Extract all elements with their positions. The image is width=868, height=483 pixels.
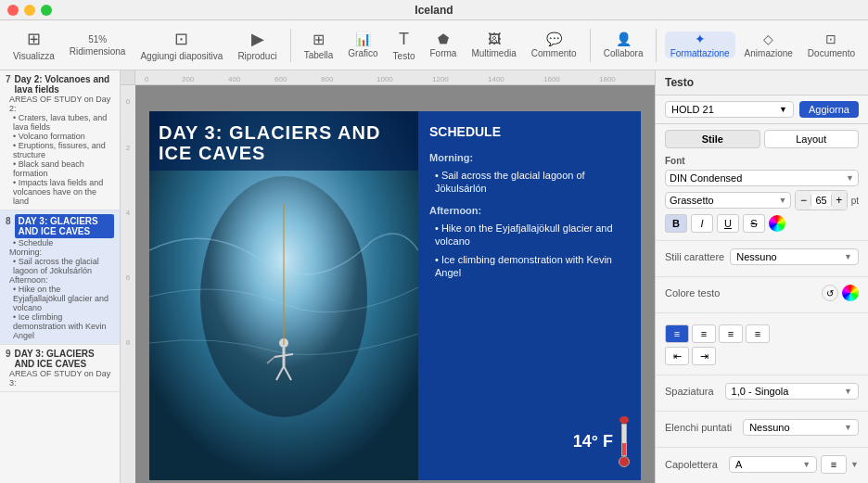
align-right-button[interactable]: ≡	[719, 324, 743, 343]
slide-title-text: DAY 3: GLACIERS AND ICE CAVES	[159, 122, 409, 163]
minimize-button[interactable]	[24, 5, 35, 16]
caps-select[interactable]: A ▼	[729, 456, 817, 473]
character-style-label: Stili carattere	[665, 251, 724, 262]
sidebar-item-7-bullet5: • Impacts lava fields and volcanoes have…	[6, 178, 114, 206]
svg-text:800: 800	[321, 75, 334, 83]
character-style-value: Nessuno	[736, 251, 776, 262]
schedule-morning-bullet-1: • Sail across the glacial lagoon of Jöku…	[429, 169, 630, 196]
traffic-lights	[7, 5, 52, 16]
spacing-select[interactable]: 1,0 - Singola ▼	[725, 383, 859, 400]
caps-section: Capolettera A ▼ ≡ ▼	[656, 448, 868, 483]
strikethrough-button[interactable]: S	[743, 214, 765, 233]
toolbar-riproduci[interactable]: ▶ Riproduci	[232, 29, 282, 61]
svg-text:1800: 1800	[599, 75, 616, 83]
format-preset-value: HOLD 21	[671, 104, 714, 115]
character-style-section: Stili carattere Nessuno ▼	[656, 241, 868, 277]
tab-layout[interactable]: Layout	[764, 130, 860, 148]
toolbar-forma[interactable]: ⬟ Forma	[424, 32, 462, 58]
spacing-row: Spaziatura 1,0 - Singola ▼	[665, 383, 859, 400]
svg-text:400: 400	[228, 75, 241, 83]
font-weight-select[interactable]: Grassetto ▼	[665, 192, 791, 209]
collabora-icon: 👤	[616, 32, 632, 46]
bold-button[interactable]: B	[665, 214, 687, 233]
toolbar-documento[interactable]: ⊡ Documento	[802, 32, 861, 58]
caps-arrow: ▼	[802, 460, 811, 469]
align-justify-button[interactable]: ≡	[746, 324, 770, 343]
character-style-select[interactable]: Nessuno ▼	[730, 248, 859, 265]
sidebar-item-7[interactable]: 7 Day 2: Volcanoes and lava fields AREAS…	[0, 70, 120, 210]
font-family-row: DIN Condensed ▼	[665, 170, 859, 186]
font-family-select[interactable]: DIN Condensed ▼	[665, 170, 859, 186]
bullets-row: Elenchi puntati Nessuno ▼	[665, 419, 859, 436]
toolbar-visualizza[interactable]: ⊞ Visualizza	[7, 29, 60, 61]
toolbar-testo[interactable]: T Testo	[388, 30, 421, 61]
format-preset-select[interactable]: HOLD 21 ▼	[665, 101, 794, 118]
toolbar-separator-1	[290, 29, 291, 62]
font-weight-value: Grassetto	[670, 195, 714, 206]
align-left-button[interactable]: ≡	[665, 324, 689, 343]
close-button[interactable]	[7, 5, 19, 16]
font-size-decrement[interactable]: −	[796, 191, 811, 210]
thermometer-bulb	[619, 456, 630, 467]
sidebar-item-7-bullet3: • Eruptions, fissures, and structure	[6, 141, 114, 159]
thermometer-bulb-top	[619, 416, 629, 424]
font-size-stepper[interactable]: − 65 +	[795, 190, 847, 210]
text-color-reset[interactable]: ↺	[822, 285, 838, 301]
schedule-afternoon-label: Afternoon:	[429, 205, 630, 216]
titlebar: Iceland	[0, 0, 868, 20]
sidebar-item-9[interactable]: 9 DAY 3: GLACIERS AND ICE CAVES AREAS OF…	[0, 345, 120, 392]
horizontal-ruler: 0 200 400 600 800 1000 1200 1400 1600 18…	[121, 70, 655, 85]
spacing-label: Spaziatura	[665, 386, 714, 397]
slide-image: DAY 3: GLACIERS AND ICE CAVES	[149, 111, 418, 480]
toolbar-aggiungi[interactable]: ⊡ Aggiungi diapositiva	[134, 29, 228, 61]
grafico-icon: 📊	[355, 32, 371, 46]
indent-row: ⇤ ⇥	[665, 347, 859, 365]
visualizza-icon: ⊞	[27, 29, 41, 49]
bullets-select[interactable]: Nessuno ▼	[743, 419, 859, 436]
toolbar-multimedia[interactable]: 🖼 Multimedia	[466, 32, 521, 58]
indent-increase-button[interactable]: ⇥	[692, 347, 716, 365]
indent-decrease-button[interactable]: ⇤	[665, 347, 689, 365]
grafico-label: Grafico	[348, 48, 377, 58]
toolbar-ridimensiona[interactable]: 51% Ridimensiona	[64, 34, 132, 57]
fullscreen-button[interactable]	[41, 5, 52, 16]
tab-stile[interactable]: Stile	[665, 130, 760, 148]
font-section: Font DIN Condensed ▼ Grassetto ▼ − 65 + …	[656, 148, 868, 241]
align-row: ≡ ≡ ≡ ≡	[665, 324, 859, 343]
toolbar-tabella[interactable]: ⊞ Tabella	[299, 31, 339, 60]
caps-icon[interactable]: ≡	[821, 455, 847, 474]
text-color-picker[interactable]	[769, 215, 785, 232]
formattazione-label: Formattazione	[670, 48, 730, 58]
canvas[interactable]: DAY 3: GLACIERS AND ICE CAVES SCHEDULE M…	[135, 85, 655, 483]
toolbar-animazione[interactable]: ◇ Animazione	[739, 32, 798, 58]
font-size-increment[interactable]: +	[832, 191, 847, 210]
bullets-label: Elenchi puntati	[665, 422, 732, 433]
toolbar-formattazione[interactable]: ✦ Formattazione	[665, 32, 735, 58]
spacing-section: Spaziatura 1,0 - Singola ▼	[656, 375, 868, 412]
update-button[interactable]: Aggiorna	[799, 101, 859, 118]
sidebar-item-7-bullet2: • Volcano formation	[6, 132, 114, 141]
testo-icon: T	[399, 30, 409, 49]
underline-button[interactable]: U	[717, 214, 739, 233]
text-color-wheel[interactable]	[842, 285, 859, 301]
toolbar-grafico[interactable]: 📊 Grafico	[342, 32, 383, 58]
animazione-label: Animazione	[745, 48, 793, 58]
svg-text:1400: 1400	[488, 75, 504, 83]
documento-label: Documento	[808, 48, 855, 58]
sidebar-item-8[interactable]: 8 DAY 3: GLACIERS AND ICE CAVES • Schedu…	[0, 210, 120, 345]
italic-button[interactable]: I	[691, 214, 713, 233]
testo-label: Testo	[393, 51, 415, 61]
visualizza-label: Visualizza	[13, 51, 55, 61]
svg-text:6: 6	[126, 273, 131, 282]
toolbar-commento[interactable]: 💬 Commento	[526, 32, 582, 58]
sidebar-item-9-title: DAY 3: GLACIERS AND ICE CAVES	[15, 349, 114, 369]
toolbar-collabora[interactable]: 👤 Collabora	[598, 32, 649, 58]
align-center-button[interactable]: ≡	[692, 324, 716, 343]
text-color-section: Colore testo ↺	[656, 277, 868, 313]
caps-label: Capolettera	[665, 459, 718, 470]
sidebar-item-8-bullet1: • Sail across the glacial lagoon of Jöku…	[6, 257, 114, 275]
caps-value: A	[735, 459, 742, 470]
slide-area: 0 200 400 600 800 1000 1200 1400 1600 18…	[121, 70, 655, 483]
font-size-value: 65	[811, 195, 831, 206]
toolbar: ⊞ Visualizza 51% Ridimensiona ⊡ Aggiungi…	[0, 20, 868, 70]
